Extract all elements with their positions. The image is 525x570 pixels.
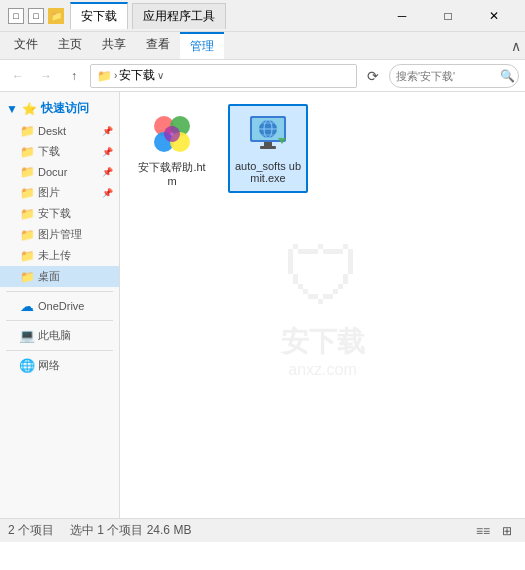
watermark-icon: 🛡 [281, 231, 365, 323]
path-current: 安下载 [119, 67, 155, 84]
sidebar-label-desktop2: 桌面 [38, 269, 60, 284]
sidebar-item-anxiaload[interactable]: 📁 安下载 [0, 203, 119, 224]
ribbon-tab-share[interactable]: 共享 [92, 32, 136, 59]
folder-icon-unsent: 📁 [20, 249, 34, 263]
window-icon-blank2: □ [28, 8, 44, 24]
sidebar-item-desktop2[interactable]: 📁 桌面 [0, 266, 119, 287]
path-root-icon: 📁 [97, 69, 112, 83]
pin-icon-desktop: 📌 [102, 126, 113, 136]
search-box[interactable]: 🔍 [389, 64, 519, 88]
quick-access-arrow-icon: ▼ [6, 102, 18, 116]
htm-icon-svg [148, 110, 196, 158]
title-bar: □ □ 📁 安下载 应用程序工具 ─ □ ✕ [0, 0, 525, 32]
sidebar-item-onedrive[interactable]: ☁ OneDrive [0, 296, 119, 316]
search-icon: 🔍 [500, 69, 515, 83]
address-path[interactable]: 📁 › 安下载 ∨ [90, 64, 357, 88]
quick-access-star-icon: ⭐ [22, 102, 37, 116]
pin-icon-documents: 📌 [102, 167, 113, 177]
item-count: 2 个项目 [8, 522, 54, 539]
pin-icon-downloads: 📌 [102, 147, 113, 157]
exe-icon-svg [244, 110, 292, 158]
window-icon-blank1: □ [8, 8, 24, 24]
title-bar-text: 安下载 应用程序工具 [70, 2, 379, 29]
pin-icon-pictures: 📌 [102, 188, 113, 198]
folder-icon-desktop2: 📁 [20, 270, 34, 284]
nav-back-button[interactable]: ← [6, 64, 30, 88]
watermark-text: 安下载 [281, 323, 365, 361]
sidebar-label-unsent: 未上传 [38, 248, 71, 263]
title-bar-icons: □ □ 📁 [8, 8, 64, 24]
folder-icon-desktop: 📁 [20, 124, 34, 138]
file-name-htm: 安下载帮助.htm [138, 160, 206, 187]
title-bar-controls: ─ □ ✕ [379, 0, 517, 32]
folder-icon-pictures: 📁 [20, 186, 34, 200]
ribbon-collapse-btn[interactable]: ∧ [511, 32, 521, 59]
sidebar-label-onedrive: OneDrive [38, 300, 84, 312]
quick-access-label: 快速访问 [41, 100, 89, 117]
folder-icon-imgmgr: 📁 [20, 228, 34, 242]
ribbon-tab-manage[interactable]: 管理 [180, 32, 224, 59]
svg-rect-13 [260, 146, 276, 149]
file-icon-exe [244, 110, 292, 158]
file-icon-htm [148, 110, 196, 158]
network-icon: 🌐 [20, 359, 34, 373]
ribbon-tab-home[interactable]: 主页 [48, 32, 92, 59]
watermark-sub: anxz.com [281, 361, 365, 379]
address-bar: ← → ↑ 📁 › 安下载 ∨ ⟳ 🔍 [0, 60, 525, 92]
selected-info: 选中 1 个项目 24.6 MB [70, 522, 191, 539]
sidebar-quick-access-header[interactable]: ▼ ⭐ 快速访问 [0, 96, 119, 121]
sidebar-item-desktop[interactable]: 📁 Deskt 📌 [0, 121, 119, 141]
sidebar-item-unsent[interactable]: 📁 未上传 [0, 245, 119, 266]
sidebar-divider-3 [6, 350, 113, 351]
sidebar-divider-2 [6, 320, 113, 321]
tab-anxiaload[interactable]: 安下载 [70, 2, 128, 29]
sidebar-label-downloads: 下载 [38, 144, 60, 159]
status-bar: 2 个项目 选中 1 个项目 24.6 MB ≡≡ ⊞ [0, 518, 525, 542]
file-item-htm[interactable]: 安下载帮助.htm [132, 104, 212, 193]
sidebar-divider-1 [6, 291, 113, 292]
sidebar-item-thispc[interactable]: 💻 此电脑 [0, 325, 119, 346]
onedrive-icon: ☁ [20, 299, 34, 313]
window-icon-folder: 📁 [48, 8, 64, 24]
folder-icon-downloads: 📁 [20, 145, 34, 159]
search-input[interactable] [396, 70, 496, 82]
sidebar-item-downloads[interactable]: 📁 下载 📌 [0, 141, 119, 162]
refresh-button[interactable]: ⟳ [361, 64, 385, 88]
ribbon-tabs: 文件 主页 共享 查看 管理 ∧ [0, 32, 525, 60]
list-view-button[interactable]: ≡≡ [473, 521, 493, 541]
sidebar-quick-access: ▼ ⭐ 快速访问 📁 Deskt 📌 📁 下载 📌 📁 Docur 📌 📁 [0, 96, 119, 287]
thispc-icon: 💻 [20, 329, 34, 343]
sidebar-item-imgmgr[interactable]: 📁 图片管理 [0, 224, 119, 245]
maximize-button[interactable]: □ [425, 0, 471, 32]
sidebar-item-documents[interactable]: 📁 Docur 📌 [0, 162, 119, 182]
view-toggle: ≡≡ ⊞ [473, 521, 517, 541]
ribbon-tab-view[interactable]: 查看 [136, 32, 180, 59]
sidebar-label-thispc: 此电脑 [38, 328, 71, 343]
file-grid: 安下载帮助.htm [132, 104, 513, 193]
file-item-exe[interactable]: auto_softs ubmit.exe [228, 104, 308, 193]
grid-view-button[interactable]: ⊞ [497, 521, 517, 541]
sidebar-label-pictures: 图片 [38, 185, 60, 200]
main-layout: ▼ ⭐ 快速访问 📁 Deskt 📌 📁 下载 📌 📁 Docur 📌 📁 [0, 92, 525, 518]
folder-icon-anxiaload: 📁 [20, 207, 34, 221]
sidebar-label-documents: Docur [38, 166, 67, 178]
sidebar: ▼ ⭐ 快速访问 📁 Deskt 📌 📁 下载 📌 📁 Docur 📌 📁 [0, 92, 120, 518]
sidebar-item-network[interactable]: 🌐 网络 [0, 355, 119, 376]
nav-up-button[interactable]: ↑ [62, 64, 86, 88]
sidebar-item-pictures[interactable]: 📁 图片 📌 [0, 182, 119, 203]
sidebar-label-desktop: Deskt [38, 125, 66, 137]
tab-app-tools[interactable]: 应用程序工具 [132, 3, 226, 29]
minimize-button[interactable]: ─ [379, 0, 425, 32]
watermark: 🛡 安下载 anxz.com [281, 231, 365, 379]
close-button[interactable]: ✕ [471, 0, 517, 32]
file-name-exe: auto_softs ubmit.exe [234, 160, 302, 184]
nav-forward-button[interactable]: → [34, 64, 58, 88]
folder-icon-documents: 📁 [20, 165, 34, 179]
sidebar-label-anxiaload: 安下载 [38, 206, 71, 221]
sidebar-label-imgmgr: 图片管理 [38, 227, 82, 242]
sidebar-label-network: 网络 [38, 358, 60, 373]
ribbon-tab-file[interactable]: 文件 [4, 32, 48, 59]
svg-point-4 [164, 126, 180, 142]
svg-rect-12 [264, 142, 272, 146]
content-area: 🛡 安下载 anxz.com 安下载帮助.htm [120, 92, 525, 518]
